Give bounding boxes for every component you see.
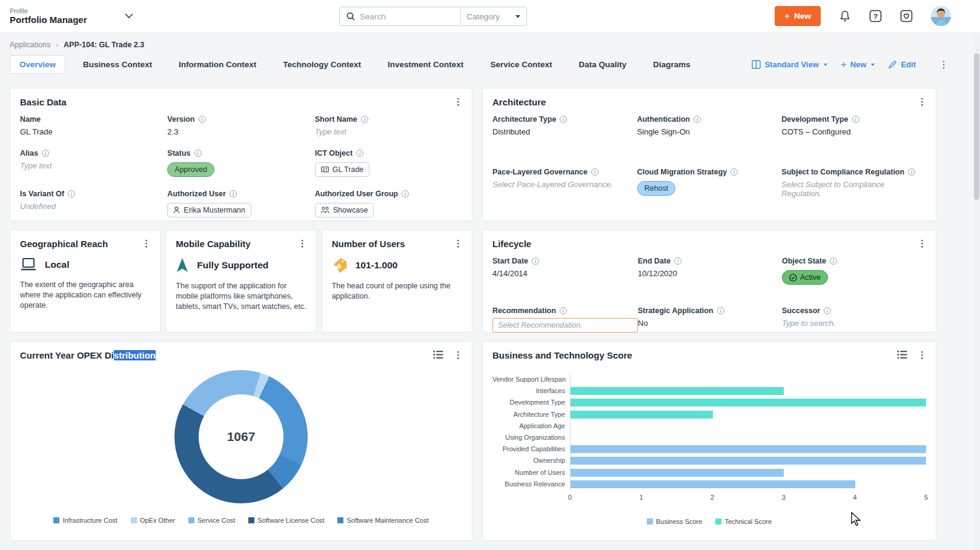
card-kebab-menu[interactable]: ⋮ [918, 97, 927, 106]
new-button[interactable]: + New [775, 6, 821, 26]
info-icon[interactable] [356, 150, 363, 157]
field-label: Pace-Layered Governance [492, 168, 588, 176]
search-icon [346, 12, 355, 21]
standard-view-label: Standard View [764, 60, 818, 69]
object-state-badge: Active [782, 270, 828, 285]
breadcrumb-applications[interactable]: Applications [10, 41, 50, 49]
pace-layered-governance-input[interactable]: Select Pace-Layered Governance. [492, 180, 637, 189]
recommendation-input[interactable] [492, 318, 638, 333]
info-icon[interactable] [908, 168, 915, 176]
field-label: Development Type [781, 115, 848, 124]
info-icon[interactable] [68, 190, 75, 197]
info-icon[interactable] [591, 168, 598, 176]
legend-list-icon[interactable] [433, 350, 443, 359]
info-icon[interactable] [674, 257, 681, 265]
card-kebab-menu[interactable]: ⋮ [454, 97, 463, 106]
card-kebab-menu[interactable]: ⋮ [454, 350, 463, 359]
bar-row [571, 409, 926, 420]
legend-item: Software License Cost [248, 517, 324, 524]
tab-business-context[interactable]: Business Context [74, 56, 161, 73]
successor-input[interactable]: Type to search. [782, 319, 926, 328]
global-search[interactable]: Search Category [339, 7, 527, 26]
profile-switcher[interactable]: Profile Portfolio Manager [10, 7, 133, 25]
card-kebab-menu[interactable]: ⋮ [454, 239, 463, 248]
x-axis-tick: 2 [710, 494, 714, 501]
vertical-scrollbar-thumb[interactable] [974, 53, 979, 200]
bar-row [571, 420, 926, 432]
tab-diagrams[interactable]: Diagrams [644, 56, 700, 73]
page-kebab-menu[interactable]: ⋮ [939, 60, 949, 70]
edit-button[interactable]: Edit [888, 60, 916, 69]
card-kebab-menu[interactable]: ⋮ [918, 350, 927, 359]
tab-information-context[interactable]: Information Context [170, 56, 265, 73]
number-of-users-value: 101-1.000 [356, 260, 398, 271]
info-icon[interactable] [230, 190, 237, 197]
new-button-label: New [794, 12, 811, 21]
score-bar [571, 445, 926, 453]
authorized-user-group-chip[interactable]: Showcase [315, 203, 374, 217]
card-kebab-menu[interactable]: ⋮ [298, 239, 307, 248]
help-icon[interactable]: ? [869, 10, 882, 22]
plus-icon: + [841, 59, 847, 71]
legend-label: Service Cost [197, 517, 235, 524]
pencil-icon [888, 60, 897, 69]
tab-investment-context[interactable]: Investment Context [379, 56, 472, 73]
authorized-user-chip[interactable]: Erika Mustermann [167, 203, 251, 217]
subject-to-compliance-input[interactable]: Select Subject to Compliance Regulation. [781, 180, 926, 198]
new-object-button[interactable]: + New [841, 59, 875, 71]
breadcrumb: Applications › APP-104: GL Trade 2.3 [0, 33, 980, 52]
info-icon[interactable] [560, 307, 567, 314]
chevron-down-icon [871, 64, 875, 66]
field-label: End Date [638, 257, 670, 265]
chevron-down-icon[interactable] [125, 13, 133, 19]
card-kebab-menu[interactable]: ⋮ [918, 239, 927, 248]
info-icon[interactable] [560, 116, 567, 123]
user-avatar[interactable] [931, 6, 951, 26]
bar-row [571, 443, 926, 455]
search-category-select[interactable]: Category [460, 7, 526, 25]
tab-overview[interactable]: Overview [10, 55, 65, 74]
bar-row [571, 467, 926, 479]
info-icon[interactable] [194, 150, 202, 157]
favorites-icon[interactable] [900, 10, 913, 22]
tab-data-quality[interactable]: Data Quality [569, 56, 635, 73]
score-bar [571, 411, 713, 419]
short-name-input[interactable]: Type text [315, 127, 462, 136]
legend-swatch [53, 517, 59, 523]
laptop-icon [20, 257, 37, 272]
tab-technology-context[interactable]: Technology Context [274, 56, 370, 73]
tab-bar: Overview Business Context Information Co… [0, 52, 980, 81]
architecture-card: Architecture ⋮ Architecture Type Distrib… [482, 88, 936, 221]
name-value: GL Trade [20, 127, 167, 136]
bar-category-label: Using Organizations [492, 432, 570, 443]
standard-view-selector[interactable]: Standard View [752, 60, 827, 69]
tab-service-context[interactable]: Service Context [481, 56, 561, 73]
info-icon[interactable] [402, 190, 409, 197]
person-icon [173, 207, 180, 214]
field-label: Strategic Application [638, 306, 713, 315]
ict-object-chip[interactable]: ICT GL Trade [315, 162, 370, 177]
card-kebab-menu[interactable]: ⋮ [142, 239, 151, 248]
info-icon[interactable] [694, 116, 701, 123]
info-icon[interactable] [532, 257, 539, 265]
score-chart-x-axis: 012345 [570, 494, 926, 505]
info-icon[interactable] [730, 168, 738, 176]
search-input[interactable]: Search [360, 12, 460, 21]
info-icon[interactable] [852, 116, 859, 123]
alias-input[interactable]: Type text [20, 161, 167, 170]
number-of-users-card: Number of Users ⋮ M 101-1.000 The head c… [322, 230, 472, 333]
business-score-title: Business and Technology Score [492, 350, 926, 360]
score-bar [571, 387, 784, 395]
info-icon[interactable] [717, 307, 724, 314]
info-icon[interactable] [42, 150, 49, 157]
info-icon[interactable] [830, 257, 837, 265]
info-icon[interactable] [824, 307, 831, 314]
plus-icon: + [784, 11, 790, 22]
info-icon[interactable] [361, 116, 368, 123]
info-icon[interactable] [199, 116, 206, 123]
opex-title-normal: Current Year OPEX Di [20, 350, 114, 360]
breadcrumb-current: APP-104: GL Trade 2.3 [64, 41, 144, 49]
legend-list-icon[interactable] [897, 350, 907, 359]
notifications-bell-icon[interactable] [839, 10, 851, 22]
field-label: Name [20, 115, 41, 124]
